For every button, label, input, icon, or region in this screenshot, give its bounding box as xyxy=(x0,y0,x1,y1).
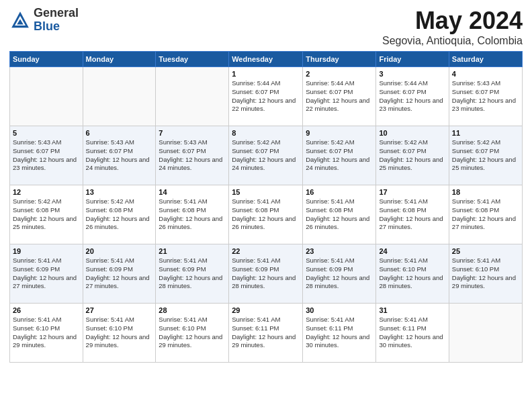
logo-general-text: General xyxy=(34,7,79,20)
title-block: May 2024 Segovia, Antioquia, Colombia xyxy=(382,7,523,47)
day-info: Sunrise: 5:42 AM Sunset: 6:07 PM Dayligh… xyxy=(306,138,373,173)
calendar-cell: 10Sunrise: 5:42 AM Sunset: 6:07 PM Dayli… xyxy=(376,126,449,185)
day-info: Sunrise: 5:41 AM Sunset: 6:10 PM Dayligh… xyxy=(379,257,445,291)
day-number: 14 xyxy=(159,188,226,196)
day-number: 22 xyxy=(232,247,300,255)
calendar-cell: 24Sunrise: 5:41 AM Sunset: 6:10 PM Dayli… xyxy=(376,244,449,304)
day-info: Sunrise: 5:41 AM Sunset: 6:08 PM Dayligh… xyxy=(306,197,373,232)
calendar-cell: 22Sunrise: 5:41 AM Sunset: 6:09 PM Dayli… xyxy=(229,244,303,304)
day-number: 19 xyxy=(13,247,80,255)
calendar-cell: 12Sunrise: 5:42 AM Sunset: 6:08 PM Dayli… xyxy=(10,185,83,244)
day-number: 13 xyxy=(86,188,153,196)
day-info: Sunrise: 5:44 AM Sunset: 6:07 PM Dayligh… xyxy=(379,79,445,113)
day-info: Sunrise: 5:43 AM Sunset: 6:07 PM Dayligh… xyxy=(13,138,80,173)
day-number: 26 xyxy=(13,306,80,314)
day-number: 5 xyxy=(13,129,80,137)
day-info: Sunrise: 5:41 AM Sunset: 6:10 PM Dayligh… xyxy=(452,257,519,291)
calendar-cell xyxy=(83,67,156,126)
col-thursday: Thursday xyxy=(303,52,376,67)
day-info: Sunrise: 5:42 AM Sunset: 6:07 PM Dayligh… xyxy=(379,138,445,173)
calendar-title: May 2024 xyxy=(382,7,523,35)
day-info: Sunrise: 5:41 AM Sunset: 6:09 PM Dayligh… xyxy=(306,257,373,291)
logo: General Blue xyxy=(9,7,79,34)
calendar-cell: 5Sunrise: 5:43 AM Sunset: 6:07 PM Daylig… xyxy=(10,126,83,185)
calendar-cell: 6Sunrise: 5:43 AM Sunset: 6:07 PM Daylig… xyxy=(83,126,156,185)
day-info: Sunrise: 5:41 AM Sunset: 6:11 PM Dayligh… xyxy=(232,316,300,350)
week-row-3: 12Sunrise: 5:42 AM Sunset: 6:08 PM Dayli… xyxy=(10,185,523,244)
calendar-cell: 4Sunrise: 5:43 AM Sunset: 6:07 PM Daylig… xyxy=(449,67,522,126)
col-sunday: Sunday xyxy=(10,52,83,67)
day-number: 4 xyxy=(452,70,519,78)
calendar-cell: 17Sunrise: 5:41 AM Sunset: 6:08 PM Dayli… xyxy=(376,185,449,244)
day-info: Sunrise: 5:41 AM Sunset: 6:09 PM Dayligh… xyxy=(86,257,153,291)
day-number: 6 xyxy=(86,129,153,137)
day-info: Sunrise: 5:44 AM Sunset: 6:07 PM Dayligh… xyxy=(306,79,373,113)
calendar-cell: 8Sunrise: 5:42 AM Sunset: 6:07 PM Daylig… xyxy=(229,126,303,185)
day-number: 21 xyxy=(159,247,226,255)
calendar-cell: 18Sunrise: 5:41 AM Sunset: 6:08 PM Dayli… xyxy=(449,185,522,244)
day-number: 1 xyxy=(232,70,300,78)
day-info: Sunrise: 5:43 AM Sunset: 6:07 PM Dayligh… xyxy=(86,138,153,173)
col-tuesday: Tuesday xyxy=(156,52,229,67)
col-saturday: Saturday xyxy=(449,52,522,67)
day-number: 20 xyxy=(86,247,153,255)
calendar-cell xyxy=(156,67,229,126)
page-container: General Blue May 2024 Segovia, Antioquia… xyxy=(0,0,532,369)
day-number: 31 xyxy=(379,306,445,314)
week-row-5: 26Sunrise: 5:41 AM Sunset: 6:10 PM Dayli… xyxy=(10,304,523,363)
day-info: Sunrise: 5:41 AM Sunset: 6:11 PM Dayligh… xyxy=(306,316,373,350)
day-number: 15 xyxy=(232,188,300,196)
day-number: 2 xyxy=(306,70,373,78)
day-info: Sunrise: 5:41 AM Sunset: 6:10 PM Dayligh… xyxy=(13,316,80,350)
logo-icon xyxy=(9,9,31,31)
day-number: 29 xyxy=(232,306,300,314)
calendar-cell: 7Sunrise: 5:43 AM Sunset: 6:07 PM Daylig… xyxy=(156,126,229,185)
calendar-cell: 19Sunrise: 5:41 AM Sunset: 6:09 PM Dayli… xyxy=(10,244,83,304)
calendar-cell: 20Sunrise: 5:41 AM Sunset: 6:09 PM Dayli… xyxy=(83,244,156,304)
day-info: Sunrise: 5:43 AM Sunset: 6:07 PM Dayligh… xyxy=(452,79,519,113)
header-row: Sunday Monday Tuesday Wednesday Thursday… xyxy=(10,52,523,67)
day-number: 16 xyxy=(306,188,373,196)
day-info: Sunrise: 5:41 AM Sunset: 6:10 PM Dayligh… xyxy=(86,316,153,350)
day-info: Sunrise: 5:41 AM Sunset: 6:08 PM Dayligh… xyxy=(159,197,226,232)
day-number: 3 xyxy=(379,70,445,78)
day-number: 25 xyxy=(452,247,519,255)
day-info: Sunrise: 5:41 AM Sunset: 6:08 PM Dayligh… xyxy=(452,197,519,232)
day-info: Sunrise: 5:41 AM Sunset: 6:09 PM Dayligh… xyxy=(159,257,226,291)
calendar-cell: 23Sunrise: 5:41 AM Sunset: 6:09 PM Dayli… xyxy=(303,244,376,304)
day-number: 9 xyxy=(306,129,373,137)
header: General Blue May 2024 Segovia, Antioquia… xyxy=(9,7,523,47)
calendar-header: Sunday Monday Tuesday Wednesday Thursday… xyxy=(10,52,523,67)
day-number: 27 xyxy=(86,306,153,314)
calendar-cell: 2Sunrise: 5:44 AM Sunset: 6:07 PM Daylig… xyxy=(303,67,376,126)
calendar-cell xyxy=(449,304,522,363)
calendar-table: Sunday Monday Tuesday Wednesday Thursday… xyxy=(9,51,523,363)
day-info: Sunrise: 5:42 AM Sunset: 6:08 PM Dayligh… xyxy=(13,197,80,232)
col-friday: Friday xyxy=(376,52,449,67)
calendar-subtitle: Segovia, Antioquia, Colombia xyxy=(382,35,523,47)
day-info: Sunrise: 5:41 AM Sunset: 6:10 PM Dayligh… xyxy=(159,316,226,350)
calendar-cell: 28Sunrise: 5:41 AM Sunset: 6:10 PM Dayli… xyxy=(156,304,229,363)
calendar-cell: 1Sunrise: 5:44 AM Sunset: 6:07 PM Daylig… xyxy=(229,67,303,126)
day-info: Sunrise: 5:41 AM Sunset: 6:08 PM Dayligh… xyxy=(232,197,300,232)
calendar-cell: 14Sunrise: 5:41 AM Sunset: 6:08 PM Dayli… xyxy=(156,185,229,244)
day-number: 10 xyxy=(379,129,445,137)
col-monday: Monday xyxy=(83,52,156,67)
logo-text: General Blue xyxy=(34,7,79,34)
calendar-cell: 27Sunrise: 5:41 AM Sunset: 6:10 PM Dayli… xyxy=(83,304,156,363)
day-info: Sunrise: 5:44 AM Sunset: 6:07 PM Dayligh… xyxy=(232,79,300,113)
day-number: 8 xyxy=(232,129,300,137)
calendar-cell: 15Sunrise: 5:41 AM Sunset: 6:08 PM Dayli… xyxy=(229,185,303,244)
calendar-cell: 26Sunrise: 5:41 AM Sunset: 6:10 PM Dayli… xyxy=(10,304,83,363)
day-number: 24 xyxy=(379,247,445,255)
calendar-cell: 29Sunrise: 5:41 AM Sunset: 6:11 PM Dayli… xyxy=(229,304,303,363)
logo-blue-text: Blue xyxy=(34,20,79,34)
week-row-1: 1Sunrise: 5:44 AM Sunset: 6:07 PM Daylig… xyxy=(10,67,523,126)
day-number: 12 xyxy=(13,188,80,196)
calendar-cell xyxy=(10,67,83,126)
day-number: 23 xyxy=(306,247,373,255)
calendar-cell: 25Sunrise: 5:41 AM Sunset: 6:10 PM Dayli… xyxy=(449,244,522,304)
day-number: 28 xyxy=(159,306,226,314)
week-row-4: 19Sunrise: 5:41 AM Sunset: 6:09 PM Dayli… xyxy=(10,244,523,304)
day-info: Sunrise: 5:42 AM Sunset: 6:08 PM Dayligh… xyxy=(86,197,153,232)
